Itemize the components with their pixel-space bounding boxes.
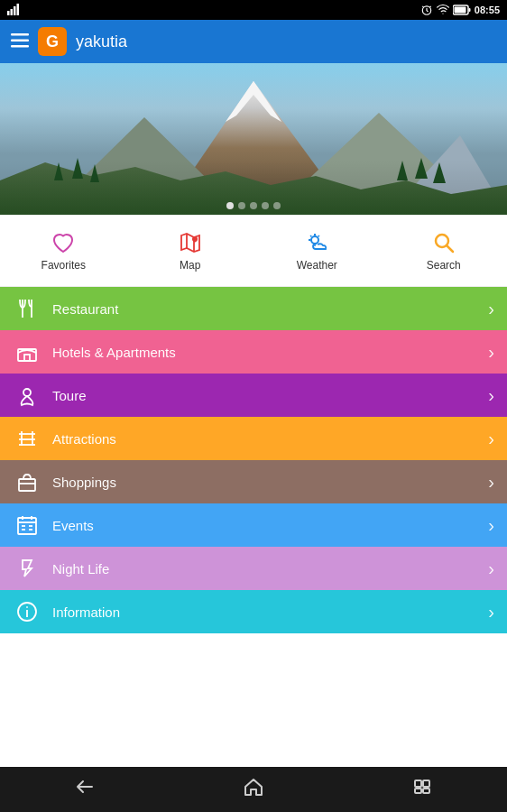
toure-icon	[13, 381, 41, 410]
status-bar: 08:55	[0, 0, 507, 20]
svg-marker-18	[54, 162, 63, 180]
svg-marker-19	[72, 158, 83, 179]
menu-list: Restaurant › Hotels & Apartments › Toure…	[0, 287, 507, 633]
mountain-svg	[0, 63, 507, 215]
svg-rect-62	[415, 789, 421, 793]
nav-search[interactable]: Search	[381, 215, 508, 286]
nav-bar: Favorites Map Weather Search	[0, 215, 507, 287]
wifi-icon	[437, 4, 449, 16]
signal-icon	[7, 4, 20, 16]
top-bar: G yakutia	[0, 20, 507, 63]
svg-rect-0	[7, 11, 10, 15]
dot-2	[238, 202, 245, 209]
menu-item-hotels[interactable]: Hotels & Apartments ›	[0, 330, 507, 374]
back-button[interactable]	[74, 776, 96, 803]
information-icon	[13, 597, 41, 626]
svg-marker-24	[181, 234, 199, 252]
app-logo: G	[38, 27, 67, 56]
restaurant-arrow: ›	[488, 299, 494, 319]
battery-icon	[453, 5, 471, 15]
nav-favorites[interactable]: Favorites	[0, 215, 127, 286]
attractions-arrow: ›	[488, 429, 494, 449]
svg-rect-47	[19, 479, 35, 491]
toure-label: Toure	[52, 388, 488, 403]
weather-icon	[304, 230, 329, 255]
nightlife-icon	[13, 554, 41, 583]
status-time: 08:55	[475, 5, 500, 15]
svg-rect-61	[423, 780, 429, 787]
svg-marker-17	[0, 162, 507, 215]
menu-item-toure[interactable]: Toure ›	[0, 374, 507, 417]
shoppings-arrow: ›	[488, 472, 494, 493]
svg-rect-6	[454, 7, 466, 14]
attractions-icon	[13, 424, 41, 453]
svg-rect-63	[423, 789, 429, 793]
attractions-label: Attractions	[52, 431, 488, 447]
information-arrow: ›	[488, 602, 494, 623]
menu-item-attractions[interactable]: Attractions ›	[0, 417, 507, 460]
restaurant-icon	[13, 294, 41, 323]
dot-1	[226, 202, 234, 209]
favorites-icon	[51, 230, 76, 255]
hotels-icon	[13, 337, 41, 366]
bottom-nav	[0, 767, 507, 812]
svg-rect-40	[24, 355, 30, 361]
svg-rect-10	[11, 45, 29, 48]
svg-rect-60	[415, 780, 421, 787]
svg-rect-1	[11, 9, 14, 15]
information-label: Information	[52, 604, 488, 620]
nightlife-label: Night Life	[52, 561, 488, 577]
menu-button[interactable]	[11, 32, 29, 52]
hotels-label: Hotels & Apartments	[52, 345, 488, 360]
svg-point-41	[23, 389, 31, 396]
restaurant-label: Restaurant	[52, 301, 488, 317]
events-arrow: ›	[488, 515, 494, 536]
recents-icon	[411, 776, 433, 798]
svg-marker-21	[397, 161, 408, 180]
svg-rect-49	[18, 518, 36, 534]
nav-map-label: Map	[180, 259, 200, 272]
menu-item-nightlife[interactable]: Night Life ›	[0, 547, 507, 590]
home-button[interactable]	[243, 776, 264, 803]
map-icon	[178, 230, 203, 255]
svg-line-35	[447, 245, 453, 252]
recents-button[interactable]	[411, 776, 433, 803]
nav-favorites-label: Favorites	[41, 259, 86, 272]
dot-3	[250, 202, 257, 209]
shoppings-label: Shoppings	[52, 475, 488, 490]
carousel-dots	[0, 202, 507, 209]
events-label: Events	[52, 518, 488, 533]
menu-item-shoppings[interactable]: Shoppings ›	[0, 460, 507, 503]
alarm-icon	[420, 4, 433, 16]
nightlife-arrow: ›	[488, 558, 494, 579]
nav-weather-label: Weather	[297, 259, 337, 272]
nav-search-label: Search	[427, 259, 461, 272]
svg-marker-22	[415, 158, 428, 179]
svg-point-59	[27, 607, 28, 608]
toure-arrow: ›	[488, 385, 494, 406]
events-icon	[13, 511, 41, 540]
menu-item-events[interactable]: Events ›	[0, 503, 507, 547]
app-title: yakutia	[76, 32, 127, 51]
nav-weather[interactable]: Weather	[254, 215, 381, 286]
svg-rect-9	[11, 39, 29, 42]
hero-image	[0, 63, 507, 215]
back-icon	[74, 776, 96, 798]
svg-line-33	[318, 235, 319, 236]
home-icon	[243, 776, 264, 798]
svg-marker-20	[90, 164, 99, 182]
svg-line-32	[310, 235, 311, 236]
menu-item-restaurant[interactable]: Restaurant ›	[0, 287, 507, 330]
dot-5	[273, 202, 281, 209]
menu-item-information[interactable]: Information ›	[0, 590, 507, 633]
shoppings-icon	[13, 467, 41, 496]
svg-rect-7	[468, 8, 470, 12]
svg-rect-2	[14, 6, 16, 15]
search-icon	[431, 230, 456, 255]
hotels-arrow: ›	[488, 342, 494, 363]
svg-rect-8	[11, 33, 29, 36]
dot-4	[262, 202, 269, 209]
svg-point-28	[311, 236, 318, 244]
nav-map[interactable]: Map	[127, 215, 254, 286]
svg-marker-23	[433, 162, 446, 183]
